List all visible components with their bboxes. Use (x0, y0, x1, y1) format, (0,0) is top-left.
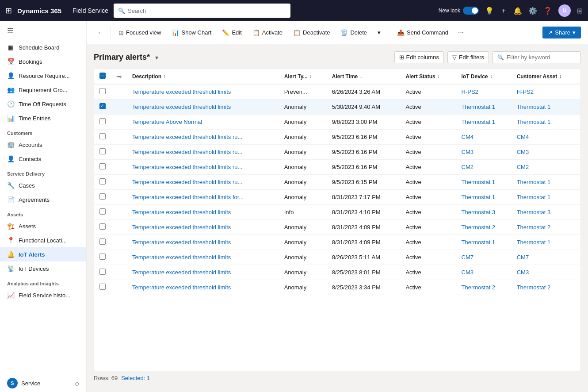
sidebar-item-functional-locati[interactable]: 📍 Functional Locati... (0, 233, 86, 247)
description-link[interactable]: Temperature exceeded threshold limits (132, 239, 231, 246)
row-iot-device[interactable]: Thermostat 1 (456, 100, 512, 115)
customer-asset-link[interactable]: Thermostat 2 (517, 224, 551, 231)
iot-device-link[interactable]: Thermostat 1 (462, 179, 496, 185)
select-all-header[interactable] (94, 69, 111, 84)
hamburger-icon[interactable]: ☰ (0, 21, 86, 40)
description-link[interactable]: Temperature exceeded threshold limits fo… (132, 194, 244, 200)
iot-device-link[interactable]: CM2 (462, 164, 473, 170)
description-link[interactable]: Temperature exceeded threshold limits (132, 104, 231, 110)
row-checkbox-cell[interactable] (94, 115, 111, 130)
row-checkbox-cell[interactable] (94, 175, 111, 190)
share-button[interactable]: ↗ Share ▾ (542, 27, 581, 38)
sidebar-item-cases[interactable]: 🔧 Cases (0, 178, 86, 192)
description-link[interactable]: Temperature exceeded threshold limits ru… (132, 149, 242, 155)
row-customer-asset[interactable]: CM7 (512, 250, 580, 265)
customer-asset-link[interactable]: Thermostat 2 (517, 284, 551, 291)
sidebar-footer[interactable]: S Service ◇ (0, 374, 86, 392)
plus-icon[interactable]: ＋ (500, 6, 507, 15)
description-link[interactable]: Temperature exceeded threshold limits (132, 254, 231, 261)
row-checkbox-cell[interactable] (94, 280, 111, 295)
row-customer-asset[interactable]: Thermostat 1 (512, 190, 580, 205)
toggle-switch[interactable] (463, 7, 479, 15)
edit-filters-button[interactable]: ▽ Edit filters (447, 51, 489, 63)
row-description[interactable]: Temperature exceeded threshold limits (127, 205, 279, 220)
row-description[interactable]: Temperature exceeded threshold limits (127, 220, 279, 235)
row-iot-device[interactable]: CM3 (456, 145, 512, 160)
alert-time-column-header[interactable]: Alert Time ↓ (327, 69, 401, 84)
iot-device-link[interactable]: Thermostat 1 (462, 119, 496, 125)
row-iot-device[interactable]: Thermostat 1 (456, 115, 512, 130)
sidebar-item-resource-require[interactable]: 👤 Resource Require... (0, 69, 86, 83)
sidebar-item-field-service-histo[interactable]: 📈 Field Service histo... (0, 288, 86, 302)
iot-device-column-header[interactable]: IoT Device ↕ (456, 69, 512, 84)
customer-asset-link[interactable]: Thermostat 1 (517, 119, 551, 125)
waffle-icon[interactable]: ⊞ (5, 6, 12, 15)
row-checkbox-cell[interactable] (94, 100, 111, 115)
row-checkbox-cell[interactable] (94, 145, 111, 160)
description-link[interactable]: Temperature exceeded threshold limits (132, 284, 231, 291)
bell-icon[interactable]: 🔔 (513, 7, 522, 15)
sidebar-item-time-entries[interactable]: 📊 Time Entries (0, 111, 86, 125)
iot-device-link[interactable]: Thermostat 3 (462, 209, 496, 215)
row-checkbox[interactable] (99, 103, 106, 109)
row-checkbox[interactable] (99, 208, 106, 215)
row-checkbox[interactable] (99, 238, 106, 245)
row-iot-device[interactable]: Thermostat 3 (456, 205, 512, 220)
row-iot-device[interactable]: CM3 (456, 265, 512, 280)
row-description[interactable]: Temperature exceeded threshold limits ru… (127, 160, 279, 175)
iot-device-link[interactable]: H-PS2 (462, 88, 478, 95)
customer-asset-link[interactable]: CM3 (517, 269, 529, 276)
back-button[interactable]: ← (94, 27, 107, 38)
description-link[interactable]: Temperature exceeded threshold limits (132, 209, 231, 215)
alert-type-column-header[interactable]: Alert Ty... ↕ (279, 69, 327, 84)
filter-input-box[interactable]: 🔍 (493, 51, 581, 63)
row-checkbox[interactable] (99, 118, 106, 124)
help-icon[interactable]: ❓ (543, 7, 552, 15)
row-description[interactable]: Temperature exceeded threshold limits (127, 265, 279, 280)
row-checkbox[interactable] (99, 223, 106, 230)
sidebar-item-bookings[interactable]: 📅 Bookings (0, 54, 86, 69)
description-link[interactable]: Temperature exceeded threshold limits ru… (132, 179, 242, 185)
row-checkbox-cell[interactable] (94, 235, 111, 250)
row-customer-asset[interactable]: Thermostat 1 (512, 100, 580, 115)
sidebar-item-accounts[interactable]: 🏢 Accounts (0, 138, 86, 152)
customer-asset-link[interactable]: H-PS2 (517, 88, 534, 95)
row-checkbox-cell[interactable] (94, 265, 111, 280)
customer-asset-link[interactable]: CM4 (517, 134, 529, 140)
row-description[interactable]: Temperature exceeded threshold limits ru… (127, 145, 279, 160)
customer-asset-link[interactable]: Thermostat 1 (517, 179, 551, 185)
row-customer-asset[interactable]: Thermostat 1 (512, 115, 580, 130)
row-iot-device[interactable]: Thermostat 2 (456, 280, 512, 295)
sidebar-item-contacts[interactable]: 👤 Contacts (0, 152, 86, 166)
iot-device-link[interactable]: Thermostat 2 (462, 284, 496, 291)
description-link[interactable]: Temperature exceeded threshold limits (132, 88, 231, 95)
row-customer-asset[interactable]: CM3 (512, 265, 580, 280)
iot-device-link[interactable]: Thermostat 1 (462, 104, 496, 110)
sidebar-item-requirement-gro[interactable]: 👥 Requirement Gro... (0, 83, 86, 97)
row-customer-asset[interactable]: Thermostat 2 (512, 280, 580, 295)
activate-button[interactable]: 📋 Activate (248, 27, 287, 39)
row-customer-asset[interactable]: H-PS2 (512, 84, 580, 100)
row-checkbox-cell[interactable] (94, 160, 111, 175)
iot-device-link[interactable]: CM3 (462, 269, 473, 276)
row-customer-asset[interactable]: Thermostat 3 (512, 205, 580, 220)
row-checkbox[interactable] (99, 284, 106, 290)
grid-title-chevron-icon[interactable]: ▾ (155, 54, 158, 61)
customer-asset-link[interactable]: CM7 (517, 254, 529, 261)
show-chart-button[interactable]: 📊 Show Chart (167, 27, 216, 39)
row-description[interactable]: Temperature exceeded threshold limits (127, 235, 279, 250)
row-customer-asset[interactable]: CM4 (512, 130, 580, 145)
iot-device-link[interactable]: CM3 (462, 149, 473, 155)
search-box[interactable]: 🔍 (114, 4, 290, 18)
sidebar-item-iot-devices[interactable]: 📡 IoT Devices (0, 261, 86, 276)
customer-asset-link[interactable]: Thermostat 1 (517, 239, 551, 246)
filter-by-keyword-input[interactable] (507, 54, 576, 61)
row-checkbox-cell[interactable] (94, 205, 111, 220)
chevron-button[interactable]: ▾ (373, 27, 385, 38)
row-description[interactable]: Temperature exceeded threshold limits (127, 84, 279, 100)
row-description[interactable]: Temperature Above Normal (127, 115, 279, 130)
row-description[interactable]: Temperature exceeded threshold limits (127, 280, 279, 295)
description-link[interactable]: Temperature exceeded threshold limits (132, 269, 231, 276)
customer-asset-link[interactable]: Thermostat 1 (517, 194, 551, 200)
alert-status-column-header[interactable]: Alert Status ↕ (400, 69, 456, 84)
